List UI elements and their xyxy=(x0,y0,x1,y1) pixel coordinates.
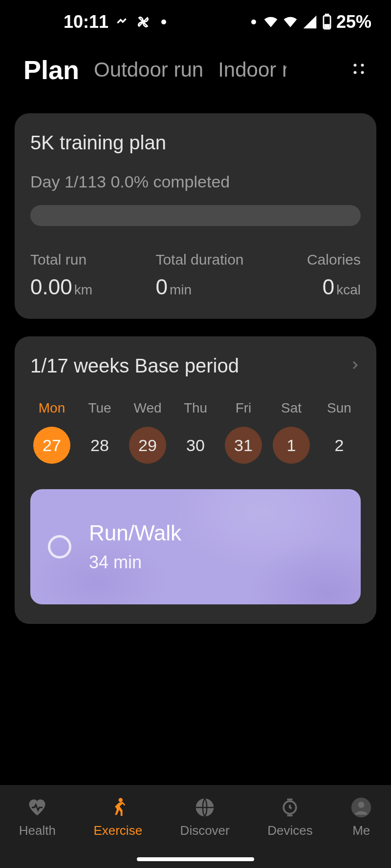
stat-total-duration: Total duration 0 min xyxy=(155,251,243,299)
day-label: Thu xyxy=(184,400,207,416)
stat-unit: kcal xyxy=(336,282,361,298)
day-number: 28 xyxy=(81,427,118,464)
more-menu-icon[interactable] xyxy=(350,60,371,80)
plan-stats: Total run 0.00 km Total duration 0 min C… xyxy=(30,251,361,299)
day-sat[interactable]: Sat 1 xyxy=(272,400,311,464)
workout-title: Run/Walk xyxy=(89,521,181,545)
fitness-icon xyxy=(115,16,128,28)
stat-calories: Calories 0 kcal xyxy=(307,251,361,299)
day-wed[interactable]: Wed 29 xyxy=(128,400,167,464)
svg-rect-1 xyxy=(326,14,328,16)
home-indicator[interactable] xyxy=(137,857,254,861)
day-number: 29 xyxy=(129,427,166,464)
wifi-icon xyxy=(263,14,279,30)
svg-point-6 xyxy=(361,71,364,74)
bottom-nav: Health Exercise Discover Devices Me xyxy=(0,785,391,868)
stat-value: 0.00 xyxy=(30,275,72,299)
exercise-tabs: Plan Outdoor run Indoor r xyxy=(0,44,391,96)
dot-icon xyxy=(161,20,166,24)
svg-point-11 xyxy=(358,802,365,808)
user-icon xyxy=(350,797,372,818)
day-number: 2 xyxy=(321,427,358,464)
plan-progress-bar xyxy=(30,205,361,226)
stat-label: Total duration xyxy=(155,251,243,268)
day-mon[interactable]: Mon 27 xyxy=(32,400,71,464)
tab-plan[interactable]: Plan xyxy=(23,55,79,85)
day-label: Sat xyxy=(281,400,302,416)
svg-point-5 xyxy=(354,71,357,74)
week-header[interactable]: 1/17 weeks Base period xyxy=(30,355,361,377)
stat-value: 0 xyxy=(323,275,334,299)
battery-percent: 25% xyxy=(336,12,371,32)
stat-value: 0 xyxy=(155,275,167,299)
svg-point-4 xyxy=(361,64,364,67)
workout-status-icon xyxy=(48,535,71,558)
status-right: 25% xyxy=(251,12,371,32)
day-number: 1 xyxy=(273,427,310,464)
workout-duration: 34 min xyxy=(89,552,181,573)
signal-icon xyxy=(302,14,318,30)
nav-label: Me xyxy=(352,823,370,838)
status-left: 10:11 xyxy=(64,12,166,32)
nav-exercise[interactable]: Exercise xyxy=(93,797,142,838)
day-label: Fri xyxy=(236,400,252,416)
nav-discover[interactable]: Discover xyxy=(180,797,230,838)
watch-icon xyxy=(279,797,301,818)
nav-health[interactable]: Health xyxy=(19,797,56,838)
tab-outdoor-run[interactable]: Outdoor run xyxy=(94,58,203,82)
day-number: 27 xyxy=(33,427,70,464)
wifi-icon xyxy=(282,14,298,30)
tab-indoor-run[interactable]: Indoor r xyxy=(218,58,286,82)
nav-label: Discover xyxy=(180,823,230,838)
days-row: Mon 27 Tue 28 Wed 29 Thu 30 Fri 31 Sat 1 xyxy=(30,400,361,464)
globe-icon xyxy=(194,797,216,818)
workout-tile[interactable]: Run/Walk 34 min xyxy=(30,489,361,604)
stat-total-run: Total run 0.00 km xyxy=(30,251,92,299)
nav-devices[interactable]: Devices xyxy=(267,797,312,838)
dot-icon xyxy=(251,20,256,24)
svg-point-3 xyxy=(354,64,357,67)
day-thu[interactable]: Thu 30 xyxy=(176,400,215,464)
day-label: Tue xyxy=(88,400,111,416)
day-label: Mon xyxy=(39,400,65,416)
nav-label: Devices xyxy=(267,823,312,838)
training-plan-card[interactable]: 5K training plan Day 1/113 0.0% complete… xyxy=(15,113,376,319)
day-sun[interactable]: Sun 2 xyxy=(320,400,359,464)
day-fri[interactable]: Fri 31 xyxy=(224,400,263,464)
week-schedule-card: 1/17 weeks Base period Mon 27 Tue 28 Wed… xyxy=(15,336,376,624)
runner-icon xyxy=(107,797,129,818)
stat-label: Calories xyxy=(307,251,361,268)
battery-icon xyxy=(322,14,332,30)
day-number: 30 xyxy=(177,427,214,464)
stat-unit: min xyxy=(170,282,192,298)
status-time: 10:11 xyxy=(64,12,109,32)
day-label: Wed xyxy=(133,400,161,416)
heart-icon xyxy=(26,797,48,818)
day-tue[interactable]: Tue 28 xyxy=(80,400,119,464)
stat-unit: km xyxy=(74,282,92,298)
svg-point-7 xyxy=(119,798,123,802)
status-bar: 10:11 25% xyxy=(0,0,391,44)
week-title: 1/17 weeks Base period xyxy=(30,355,239,377)
plan-title: 5K training plan xyxy=(30,132,361,154)
day-number: 31 xyxy=(225,427,262,464)
stat-label: Total run xyxy=(30,251,92,268)
nav-label: Health xyxy=(19,823,56,838)
day-label: Sun xyxy=(327,400,351,416)
svg-rect-2 xyxy=(325,25,329,28)
plan-progress-text: Day 1/113 0.0% completed xyxy=(30,172,361,191)
chevron-right-icon xyxy=(349,359,361,373)
nav-label: Exercise xyxy=(93,823,142,838)
nav-me[interactable]: Me xyxy=(350,797,372,838)
pinwheel-icon xyxy=(135,14,152,30)
